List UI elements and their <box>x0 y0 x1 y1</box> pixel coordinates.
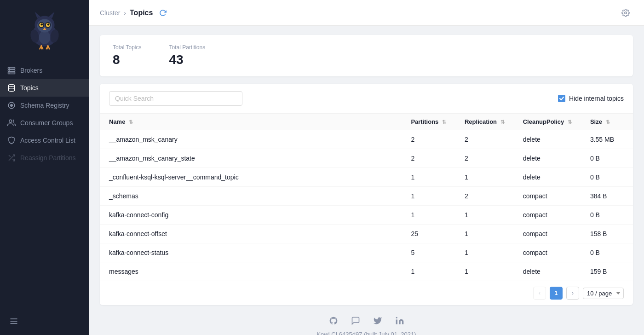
users-icon <box>7 119 16 127</box>
sidebar-item-acl-label: Access Control List <box>20 137 75 144</box>
shuffle-icon <box>7 154 16 162</box>
page-1-button[interactable]: 1 <box>550 287 563 300</box>
stats-card: Total Topics 8 Total Partitions 43 <box>100 35 633 76</box>
footer-build-info: Kowl CI 6435d97 (built July 01, 2021) <box>109 331 624 335</box>
topic-name-cell: __amazon_msk_canary <box>100 130 402 149</box>
sidebar-item-topics-label: Topics <box>20 84 39 92</box>
topic-name-cell: _schemas <box>100 187 402 206</box>
sidebar-item-schema-registry[interactable]: Schema Registry <box>0 97 89 114</box>
table-row[interactable]: messages 1 1 delete 159 B <box>100 262 633 281</box>
topic-replication-cell: 2 <box>455 149 514 168</box>
hide-internal-label: Hide internal topics <box>569 95 624 102</box>
topic-size-cell: 3.55 MB <box>581 130 633 149</box>
topic-cleanup-cell: compact <box>514 243 581 262</box>
server-icon <box>7 66 16 75</box>
svg-point-24 <box>9 68 10 69</box>
topic-partitions-cell: 2 <box>402 130 455 149</box>
settings-button[interactable] <box>618 6 633 20</box>
header: Cluster › Topics <box>89 0 644 26</box>
sidebar-item-access-control-list[interactable]: Access Control List <box>0 132 89 149</box>
topic-replication-cell: 2 <box>455 187 514 206</box>
cleanup-sort-icon[interactable]: ⇅ <box>568 119 572 125</box>
partitions-sort-icon[interactable]: ⇅ <box>442 119 446 125</box>
svg-point-27 <box>8 85 15 87</box>
topic-replication-cell: 1 <box>455 262 514 281</box>
content-area: Total Topics 8 Total Partitions 43 Hide … <box>89 26 644 335</box>
col-replication: Replication ⇅ <box>455 114 514 130</box>
next-page-button[interactable]: › <box>566 287 579 300</box>
shield-icon <box>7 136 16 144</box>
sidebar-item-reassign-partitions[interactable]: Reassign Partitions <box>0 149 89 167</box>
topic-partitions-cell: 1 <box>402 206 455 225</box>
footer: Kowl CI 6435d97 (built July 01, 2021) <box>100 305 633 335</box>
sidebar-item-reassign-label: Reassign Partitions <box>20 154 76 162</box>
schema-icon <box>7 101 16 110</box>
svg-point-10 <box>47 23 49 26</box>
hamburger-button[interactable] <box>7 315 81 329</box>
topic-partitions-cell: 1 <box>402 262 455 281</box>
topic-cleanup-cell: delete <box>514 168 581 187</box>
topic-name-cell: __amazon_msk_canary_state <box>100 149 402 168</box>
svg-point-12 <box>39 31 50 44</box>
refresh-button[interactable] <box>156 6 169 19</box>
prev-page-button[interactable]: ‹ <box>533 287 546 300</box>
table-row[interactable]: __amazon_msk_canary_state 2 2 delete 0 B <box>100 149 633 168</box>
topic-size-cell: 159 B <box>581 262 633 281</box>
table-row[interactable]: __amazon_msk_canary 2 2 delete 3.55 MB <box>100 130 633 149</box>
topic-partitions-cell: 5 <box>402 243 455 262</box>
main-content: Cluster › Topics Total Topics <box>89 0 644 335</box>
table-row[interactable]: kafka-connect-status 5 1 compact 0 B <box>100 243 633 262</box>
svg-point-25 <box>9 70 10 71</box>
github-icon[interactable] <box>327 314 340 327</box>
topic-replication-cell: 1 <box>455 206 514 225</box>
svg-point-38 <box>396 317 397 318</box>
sidebar-item-schema-registry-label: Schema Registry <box>20 102 69 109</box>
pagination: ‹ 1 › 10 / page 20 / page 50 / page <box>100 281 633 305</box>
table-row[interactable]: _schemas 1 2 compact 384 B <box>100 187 633 206</box>
chat-icon[interactable] <box>349 314 362 327</box>
sidebar-nav: Brokers Topics Schema Registry <box>0 58 89 309</box>
topic-replication-cell: 1 <box>455 243 514 262</box>
replication-sort-icon[interactable]: ⇅ <box>500 119 505 125</box>
table-body: __amazon_msk_canary 2 2 delete 3.55 MB _… <box>100 130 633 281</box>
svg-line-33 <box>9 155 11 157</box>
topics-table: Name ⇅ Partitions ⇅ Replication ⇅ Clea <box>100 113 633 281</box>
col-partitions: Partitions ⇅ <box>402 114 455 130</box>
svg-point-9 <box>40 23 43 26</box>
topic-size-cell: 0 B <box>581 206 633 225</box>
svg-point-26 <box>9 73 10 74</box>
name-sort-icon[interactable]: ⇅ <box>129 119 133 125</box>
total-topics-stat: Total Topics 8 <box>113 44 141 67</box>
page-title: Topics <box>130 9 153 17</box>
topic-cleanup-cell: compact <box>514 206 581 225</box>
per-page-select[interactable]: 10 / page 20 / page 50 / page <box>583 288 624 299</box>
topic-name-cell: kafka-connect-status <box>100 243 402 262</box>
sidebar-item-consumer-groups[interactable]: Consumer Groups <box>0 114 89 132</box>
sidebar-item-brokers-label: Brokers <box>20 67 42 74</box>
sidebar-item-brokers[interactable]: Brokers <box>0 62 89 79</box>
total-partitions-value: 43 <box>169 52 205 67</box>
table-toolbar: Hide internal topics <box>100 84 633 113</box>
table-row[interactable]: kafka-connect-config 1 1 compact 0 B <box>100 206 633 225</box>
topic-cleanup-cell: delete <box>514 262 581 281</box>
table-header: Name ⇅ Partitions ⇅ Replication ⇅ Clea <box>100 114 633 130</box>
topic-replication-cell: 1 <box>455 168 514 187</box>
topic-cleanup-cell: compact <box>514 187 581 206</box>
topic-cleanup-cell: delete <box>514 149 581 168</box>
topic-partitions-cell: 2 <box>402 149 455 168</box>
topic-size-cell: 0 B <box>581 149 633 168</box>
topic-name-cell: kafka-connect-offset <box>100 225 402 243</box>
table-row[interactable]: _confluent-ksql-ksql-server__command_top… <box>100 168 633 187</box>
hide-internal-checkbox[interactable] <box>558 95 565 102</box>
total-partitions-stat: Total Partitions 43 <box>169 44 205 67</box>
hide-internal-toggle[interactable]: Hide internal topics <box>558 95 624 102</box>
size-sort-icon[interactable]: ⇅ <box>606 119 610 125</box>
sidebar-item-topics[interactable]: Topics <box>0 79 89 97</box>
breadcrumb-parent: Cluster <box>100 9 120 17</box>
topic-size-cell: 0 B <box>581 168 633 187</box>
search-input[interactable] <box>109 91 242 106</box>
table-row[interactable]: kafka-connect-offset 25 1 compact 158 B <box>100 225 633 243</box>
twitter-icon[interactable] <box>371 314 384 327</box>
linkedin-icon[interactable] <box>393 314 406 327</box>
svg-point-30 <box>9 120 12 122</box>
